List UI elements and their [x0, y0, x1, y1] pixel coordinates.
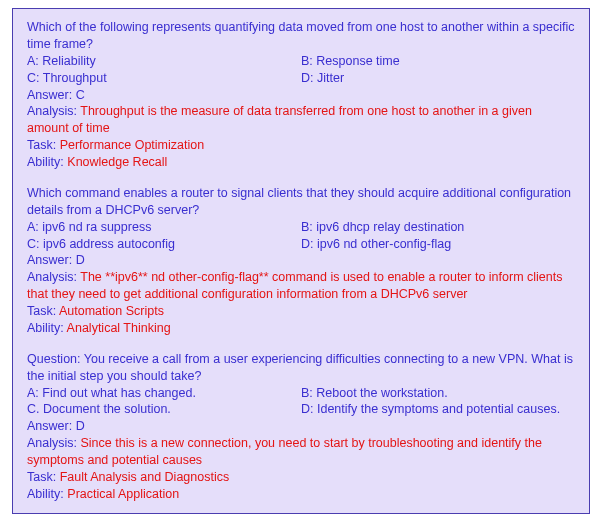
examples-panel: Which of the following represents quanti…	[12, 8, 590, 514]
opt-label: A:	[27, 220, 42, 234]
opt-label: C.	[27, 402, 43, 416]
opt-label: D:	[301, 402, 317, 416]
option-a: A: ipv6 nd ra suppress	[27, 219, 301, 236]
ability-line: Ability: Practical Application	[27, 486, 575, 503]
opt-label: B:	[301, 54, 316, 68]
opt-text: Reboot the workstation.	[316, 386, 447, 400]
analysis-line: Analysis: Since this is a new connection…	[27, 435, 575, 469]
question-prompt: Question: You receive a call from a user…	[27, 351, 575, 385]
analysis-text: Since this is a new connection, you need…	[27, 436, 542, 467]
analysis-label: Analysis:	[27, 104, 80, 118]
question-prompt: Which command enables a router to signal…	[27, 185, 575, 219]
option-c: C: ipv6 address autoconfig	[27, 236, 301, 253]
task-line: Task: Performance Optimization	[27, 137, 575, 154]
opt-text: Response time	[316, 54, 399, 68]
answer-label: Answer:	[27, 419, 76, 433]
prompt-prefix: Question:	[27, 352, 84, 366]
answer-line: Answer: D	[27, 418, 575, 435]
option-b: B: Reboot the workstation.	[301, 385, 575, 402]
analysis-label: Analysis:	[27, 436, 81, 450]
opt-text: ipv6 address autoconfig	[43, 237, 175, 251]
analysis-label: Analysis:	[27, 270, 80, 284]
ability-line: Ability: Analytical Thinking	[27, 320, 575, 337]
opt-label: B:	[301, 220, 316, 234]
analysis-line: Analysis: Throughput is the measure of d…	[27, 103, 575, 137]
opt-text: Throughput	[43, 71, 107, 85]
ability-text: Knowledge Recall	[67, 155, 167, 169]
answer-line: Answer: C	[27, 87, 575, 104]
option-d: D: ipv6 nd other-config-flag	[301, 236, 575, 253]
task-text: Automation Scripts	[59, 304, 164, 318]
opt-text: Identify the symptoms and potential caus…	[317, 402, 560, 416]
opt-text: Find out what has changed.	[42, 386, 196, 400]
option-d: D: Identify the symptoms and potential c…	[301, 401, 575, 418]
task-line: Task: Automation Scripts	[27, 303, 575, 320]
analysis-line: Analysis: The **ipv6** nd other-config-f…	[27, 269, 575, 303]
option-a: A: Reliability	[27, 53, 301, 70]
task-text: Fault Analysis and Diagnostics	[60, 470, 230, 484]
option-b: B: Response time	[301, 53, 575, 70]
opt-label: B:	[301, 386, 316, 400]
question-prompt: Which of the following represents quanti…	[27, 19, 575, 53]
option-b: B: ipv6 dhcp relay destination	[301, 219, 575, 236]
opt-text: ipv6 nd other-config-flag	[317, 237, 451, 251]
option-a: A: Find out what has changed.	[27, 385, 301, 402]
ability-text: Analytical Thinking	[67, 321, 171, 335]
option-c: C. Document the solution.	[27, 401, 301, 418]
ability-line: Ability: Knowledge Recall	[27, 154, 575, 171]
opt-label: D:	[301, 237, 317, 251]
answer-line: Answer: D	[27, 252, 575, 269]
ability-label: Ability:	[27, 155, 67, 169]
task-label: Task:	[27, 304, 59, 318]
task-label: Task:	[27, 470, 60, 484]
task-label: Task:	[27, 138, 60, 152]
opt-label: D:	[301, 71, 317, 85]
answer-value: D	[76, 419, 85, 433]
answer-label: Answer:	[27, 253, 76, 267]
opt-text: Jitter	[317, 71, 344, 85]
ability-label: Ability:	[27, 321, 67, 335]
question-block: Question: You receive a call from a user…	[27, 351, 575, 503]
analysis-text: Throughput is the measure of data transf…	[27, 104, 532, 135]
task-line: Task: Fault Analysis and Diagnostics	[27, 469, 575, 486]
opt-text: Reliability	[42, 54, 96, 68]
ability-label: Ability:	[27, 487, 67, 501]
opt-text: Document the solution.	[43, 402, 171, 416]
opt-label: C:	[27, 237, 43, 251]
opt-label: A:	[27, 386, 42, 400]
answer-label: Answer:	[27, 88, 76, 102]
option-d: D: Jitter	[301, 70, 575, 87]
opt-label: C:	[27, 71, 43, 85]
opt-text: ipv6 dhcp relay destination	[316, 220, 464, 234]
prompt-text: You receive a call from a user experienc…	[27, 352, 573, 383]
task-text: Performance Optimization	[60, 138, 205, 152]
answer-value: C	[76, 88, 85, 102]
option-c: C: Throughput	[27, 70, 301, 87]
question-block: Which of the following represents quanti…	[27, 19, 575, 171]
analysis-text: The **ipv6** nd other-config-flag** comm…	[27, 270, 562, 301]
opt-text: ipv6 nd ra suppress	[42, 220, 151, 234]
prompt-text: Which command enables a router to signal…	[27, 186, 571, 217]
prompt-text: Which of the following represents quanti…	[27, 20, 575, 51]
question-block: Which command enables a router to signal…	[27, 185, 575, 337]
ability-text: Practical Application	[67, 487, 179, 501]
opt-label: A:	[27, 54, 42, 68]
answer-value: D	[76, 253, 85, 267]
